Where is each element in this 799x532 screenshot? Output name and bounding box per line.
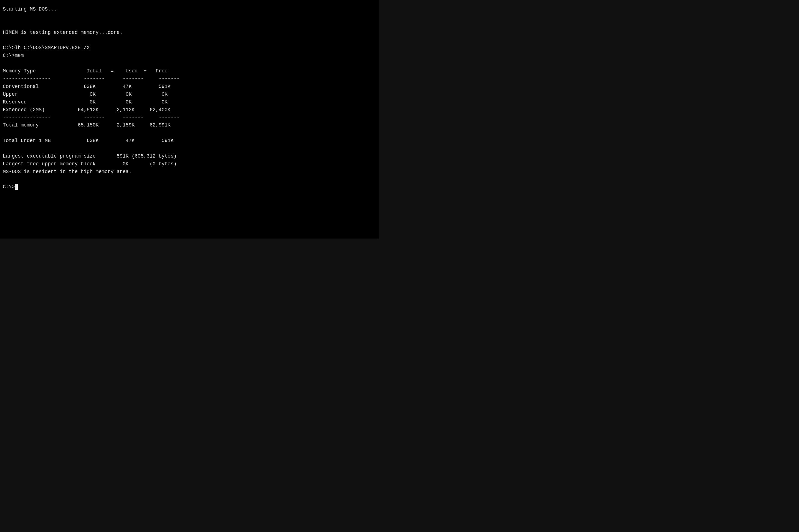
terminal-window: Starting MS-DOS... HIMEM is testing exte… xyxy=(0,0,379,239)
line-conventional: Conventional 638K 47K 591K xyxy=(3,84,171,89)
line-lh-cmd: C:\>lh C:\DOS\SMARTDRV.EXE /X xyxy=(3,45,90,51)
line-separator-2: ---------------- ------- ------- ------- xyxy=(3,115,179,120)
line-himem: HIMEM is testing extended memory...done. xyxy=(3,30,122,35)
terminal-output: Starting MS-DOS... HIMEM is testing exte… xyxy=(3,5,376,191)
line-total-under-1mb: Total under 1 MB 638K 47K 591K xyxy=(3,138,174,144)
line-largest-exec: Largest executable program size 591K (60… xyxy=(3,153,177,159)
line-msdos-resident: MS-DOS is resident in the high memory ar… xyxy=(3,169,132,174)
line-table-header: Memory Type Total = Used + Free xyxy=(3,68,168,74)
line-largest-free: Largest free upper memory block 0K (0 by… xyxy=(3,161,177,167)
line-prompt: C:\> xyxy=(3,184,18,190)
line-reserved: Reserved 0K 0K 0K xyxy=(3,99,168,105)
line-separator-1: ---------------- ------- ------- ------- xyxy=(3,76,179,81)
line-mem-cmd: C:\>mem xyxy=(3,53,24,58)
line-upper: Upper 0K 0K 0K xyxy=(3,92,168,97)
cursor-blink xyxy=(15,184,18,190)
line-extended: Extended (XMS) 64,512K 2,112K 62,400K xyxy=(3,107,171,113)
line-1: Starting MS-DOS... xyxy=(3,6,57,12)
line-total-memory: Total memory 65,150K 2,159K 62,991K xyxy=(3,122,171,128)
